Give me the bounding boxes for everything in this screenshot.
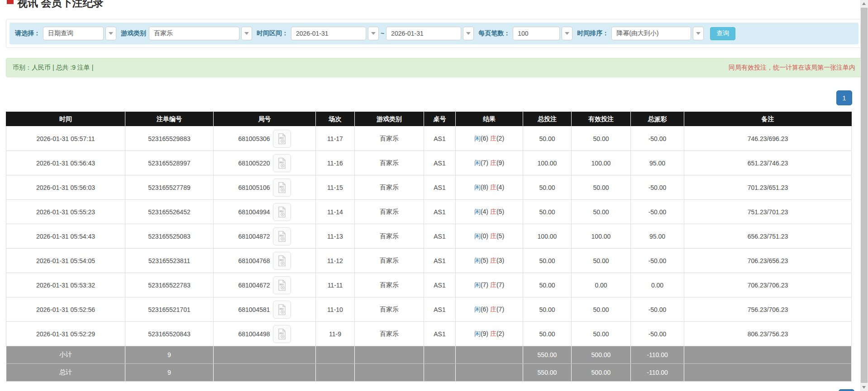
cell-time: 2026-01-31 05:54:43: [6, 224, 125, 249]
query-type-value: 日期查询: [43, 27, 104, 40]
table-row: 2026-01-31 05:54:43 523165525083 6810048…: [6, 224, 852, 249]
video-playback-button[interactable]: [273, 252, 291, 270]
result-player-value: (9): [481, 330, 488, 337]
result-banker-label: 庄: [490, 184, 496, 191]
cell-valid-bet: 50.00: [572, 322, 631, 346]
game-type-caret-button[interactable]: [241, 27, 252, 40]
result-banker-label: 庄: [490, 281, 496, 288]
time-sort-caret-button[interactable]: [693, 27, 704, 40]
cell-game: 百家乐: [355, 175, 424, 200]
scrollbar-thumb[interactable]: [861, 8, 868, 383]
scroll-up-arrow-icon[interactable]: [862, 2, 866, 5]
result-player-value: (5): [481, 257, 488, 264]
video-playback-button[interactable]: [273, 227, 291, 245]
cell-payout: -50.00: [631, 200, 684, 224]
col-header-total-bet: 总投注: [523, 112, 572, 127]
cell-total-bet[interactable]: 50.00: [523, 249, 572, 273]
pagination-page-1-bottom[interactable]: [839, 389, 854, 391]
logo-red-chip: [7, 0, 14, 4]
query-button[interactable]: 查询: [710, 27, 735, 40]
cell-bet-id: 523165528997: [125, 151, 214, 175]
cell-payout: -50.00: [631, 322, 684, 346]
cell-total-bet[interactable]: 50.00: [523, 297, 572, 322]
pagination-page-1-top[interactable]: 1: [836, 90, 852, 105]
result-banker-value: (7): [496, 306, 504, 313]
cell-session: 11-12: [316, 249, 355, 273]
cell-time: 2026-01-31 05:53:32: [6, 273, 125, 297]
result-banker-value: (5): [496, 208, 504, 215]
result-player-label: 闲: [474, 159, 481, 166]
cell-game: 百家乐: [355, 200, 424, 224]
cell-round: 681004581: [214, 297, 316, 322]
date-range-tilde: ~: [381, 30, 384, 37]
result-player-value: (7): [481, 281, 488, 288]
table-row: 2026-01-31 05:54:05 523165523811 6810047…: [6, 249, 852, 273]
video-file-icon: [276, 255, 288, 267]
cell-payout: -50.00: [631, 175, 684, 200]
cell-payout: 95.00: [631, 151, 684, 175]
video-file-icon: [276, 206, 288, 218]
video-playback-button[interactable]: [273, 203, 291, 221]
table-row: 2026-01-31 05:52:29 523165520843 6810044…: [6, 322, 852, 346]
time-sort-select[interactable]: 降幂(由大到小): [611, 27, 704, 40]
col-header-time: 时间: [6, 112, 125, 127]
cell-result: 闲(8) 庄(4): [456, 175, 523, 200]
query-type-caret-button[interactable]: [105, 27, 116, 40]
per-page-value: 100: [513, 27, 560, 40]
cell-total-bet[interactable]: 50.00: [523, 273, 572, 297]
cell-game: 百家乐: [355, 151, 424, 175]
date-from-caret-button[interactable]: [368, 27, 379, 40]
cell-result: 闲(6) 庄(2): [456, 127, 523, 151]
per-page-select[interactable]: 100: [513, 27, 572, 40]
cell-table-no: AS1: [424, 151, 456, 175]
cell-total-bet[interactable]: 50.00: [523, 127, 572, 151]
cell-table-no: AS1: [424, 322, 456, 346]
cell-note: 706.23/706.23: [684, 273, 852, 297]
round-number: 681004672: [238, 282, 270, 289]
cell-game: 百家乐: [355, 249, 424, 273]
cell-total-bet[interactable]: 50.00: [523, 200, 572, 224]
cell-table-no: AS1: [424, 127, 456, 151]
video-playback-button[interactable]: [273, 325, 291, 343]
query-type-select[interactable]: 日期查询: [43, 27, 116, 40]
cell-result: 闲(5) 庄(3): [456, 249, 523, 273]
time-range-label: 时间区间：: [257, 29, 288, 38]
cell-game: 百家乐: [355, 273, 424, 297]
col-header-note: 备注: [684, 112, 852, 127]
cell-session: 11-14: [316, 200, 355, 224]
cell-table-no: AS1: [424, 297, 456, 322]
cell-session: 11-15: [316, 175, 355, 200]
date-from-select[interactable]: 2026-01-31: [291, 27, 379, 40]
cell-total-bet[interactable]: 50.00: [523, 175, 572, 200]
game-type-select[interactable]: 百家乐: [149, 27, 252, 40]
cell-valid-bet: 50.00: [572, 297, 631, 322]
cell-table-no: AS1: [424, 224, 456, 249]
cell-table-no: AS1: [424, 249, 456, 273]
cell-total-bet[interactable]: 100.00: [523, 224, 572, 249]
cell-payout: -50.00: [631, 249, 684, 273]
result-banker-value: (2): [496, 330, 504, 337]
per-page-label: 每页笔数：: [478, 29, 510, 38]
date-to-select[interactable]: 2026-01-31: [386, 27, 474, 40]
col-header-valid-bet: 有效投注: [572, 112, 631, 127]
scroll-down-arrow-icon[interactable]: [862, 386, 866, 389]
cell-payout: 0.00: [631, 273, 684, 297]
video-playback-button[interactable]: [273, 130, 291, 148]
video-playback-button[interactable]: [273, 301, 291, 319]
date-to-caret-button[interactable]: [463, 27, 474, 40]
video-playback-button[interactable]: [273, 276, 291, 294]
video-playback-button[interactable]: [273, 154, 291, 172]
result-player-label: 闲: [474, 232, 481, 240]
cell-valid-bet: 100.00: [572, 224, 631, 249]
grand-total-total-bet: 550.00: [523, 364, 572, 382]
cell-time: 2026-01-31 05:57:11: [6, 127, 125, 151]
cell-payout: -50.00: [631, 297, 684, 322]
cell-total-bet[interactable]: 100.00: [523, 151, 572, 175]
cell-note: 746.23/696.23: [684, 127, 852, 151]
video-playback-button[interactable]: [273, 179, 291, 197]
vertical-scrollbar[interactable]: [860, 0, 868, 391]
cell-total-bet[interactable]: 50.00: [523, 322, 572, 346]
per-page-caret-button[interactable]: [562, 27, 572, 40]
time-sort-value: 降幂(由大到小): [611, 27, 691, 40]
cell-note: 651.23/746.23: [684, 151, 852, 175]
